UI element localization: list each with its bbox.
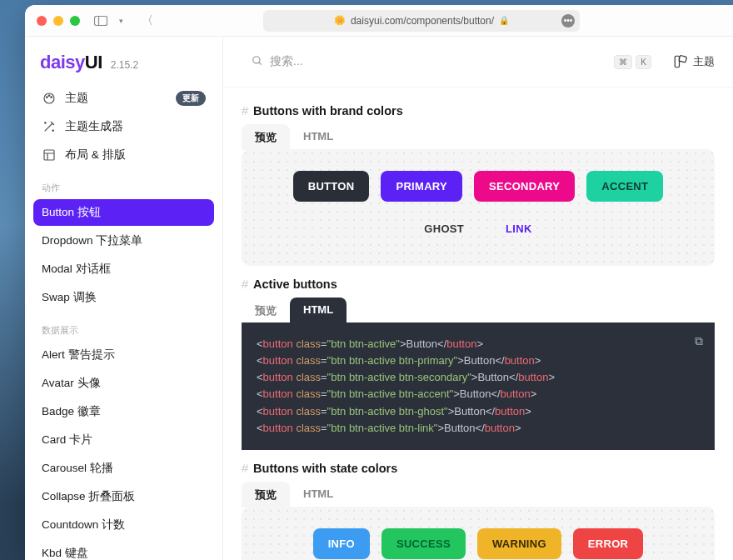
nav-item[interactable]: Kbd 键盘 xyxy=(33,540,214,560)
window-titlebar: ▾ 〈 🌼 daisyui.com/components/button/ 🔒 •… xyxy=(25,5,733,37)
sidebar-toggle-icon[interactable] xyxy=(93,13,108,28)
tab-preview[interactable]: 预览 xyxy=(242,482,290,508)
search-input[interactable]: 搜索... ⌘K xyxy=(242,48,661,75)
nav-item[interactable]: Alert 警告提示 xyxy=(33,342,214,368)
hash-icon: # xyxy=(242,278,248,291)
wand-icon xyxy=(42,120,57,133)
reader-more-button[interactable]: ••• xyxy=(561,14,575,28)
site-favicon-icon: 🌼 xyxy=(334,15,346,26)
demo-button-ghost[interactable]: GHOST xyxy=(409,213,479,244)
version-label: 2.15.2 xyxy=(111,59,138,71)
swatch-icon xyxy=(673,54,688,69)
nav-item[interactable]: Button 按钮 xyxy=(33,199,214,226)
nav-item[interactable]: Countdown 计数 xyxy=(33,512,214,538)
nav-item[interactable]: Collapse 折叠面板 xyxy=(33,483,214,510)
back-button[interactable]: 〈 xyxy=(140,13,155,28)
close-window-button[interactable] xyxy=(37,16,47,26)
url-text: daisyui.com/components/button/ xyxy=(351,15,494,27)
hash-icon: # xyxy=(242,462,248,475)
nav-item-layout[interactable]: 布局 & 排版 xyxy=(33,142,214,168)
nav-item-label: Modal 对话框 xyxy=(42,262,111,277)
nav-group-data: 数据展示 xyxy=(33,312,214,342)
svg-point-4 xyxy=(48,95,50,97)
search-kbd-hint: ⌘K xyxy=(614,55,651,69)
theme-toggle[interactable]: 主题 xyxy=(673,54,715,69)
nav-item-wand[interactable]: 主题生成器 xyxy=(33,113,214,140)
svg-point-3 xyxy=(47,97,48,98)
theme-toggle-label: 主题 xyxy=(693,54,715,69)
nav-badge: 更新 xyxy=(176,91,206,106)
demo-button-warning[interactable]: WARNING xyxy=(477,528,561,559)
section-title: #Active buttons xyxy=(242,278,715,291)
browser-window: ▾ 〈 🌼 daisyui.com/components/button/ 🔒 •… xyxy=(25,5,733,560)
main-content: 搜索... ⌘K 主题 #Buttons with brand colors 预… xyxy=(223,37,733,560)
nav-item-label: Avatar 头像 xyxy=(42,376,101,391)
demo-button-success[interactable]: SUCCESS xyxy=(381,528,466,559)
sidebar: daisyUI 2.15.2 主题 更新 主题生成器 布局 & 排版 动作But… xyxy=(25,37,223,560)
tab-bar: 预览 HTML xyxy=(242,124,715,150)
nav-item-label: Kbd 键盘 xyxy=(42,546,88,560)
nav-item-label: Swap 调换 xyxy=(42,290,97,305)
demo-button-accent[interactable]: ACCENT xyxy=(586,171,663,202)
preview-panel: BUTTONPRIMARYSECONDARYACCENTGHOSTLINK xyxy=(242,149,715,266)
nav-item[interactable]: Card 卡片 xyxy=(33,427,214,453)
svg-rect-11 xyxy=(675,56,679,68)
nav-item[interactable]: Swap 调换 xyxy=(33,284,214,311)
demo-button-error[interactable]: ERROR xyxy=(573,528,643,559)
demo-button-link[interactable]: LINK xyxy=(491,213,547,244)
svg-rect-0 xyxy=(95,16,107,25)
nav-item[interactable]: Dropdown 下拉菜单 xyxy=(33,228,214,254)
tab-html[interactable]: HTML xyxy=(290,124,347,150)
palette-icon xyxy=(42,92,57,105)
svg-rect-6 xyxy=(44,150,54,160)
nav-item[interactable]: Avatar 头像 xyxy=(33,370,214,397)
nav-item[interactable]: Carousel 轮播 xyxy=(33,455,214,482)
nav-item-label: Button 按钮 xyxy=(42,205,101,220)
copy-icon[interactable]: ⧉ xyxy=(695,332,703,351)
maximize-window-button[interactable] xyxy=(70,16,80,26)
hash-icon: # xyxy=(242,104,248,118)
nav-item-label: Carousel 轮播 xyxy=(42,461,113,476)
layout-icon xyxy=(42,148,57,162)
section-title: #Buttons with brand colors xyxy=(242,104,715,118)
section-title: #Buttons with state colors xyxy=(242,462,715,475)
svg-point-9 xyxy=(253,56,260,62)
logo[interactable]: daisyUI 2.15.2 xyxy=(25,37,222,85)
preview-panel: INFOSUCCESSWARNINGERROR xyxy=(242,507,715,560)
demo-button-secondary[interactable]: SECONDARY xyxy=(474,171,575,202)
nav-item-palette[interactable]: 主题 更新 xyxy=(33,85,214,112)
tab-preview[interactable]: 预览 xyxy=(242,124,290,150)
logo-text-a: daisy xyxy=(40,52,85,72)
nav-item-label: 布局 & 排版 xyxy=(65,148,126,162)
svg-point-5 xyxy=(51,97,52,98)
nav-item-label: Alert 警告提示 xyxy=(42,348,115,362)
nav-item-label: Badge 徽章 xyxy=(42,404,101,419)
tab-html[interactable]: HTML xyxy=(290,482,347,508)
nav-item-label: Countdown 计数 xyxy=(42,518,125,532)
tab-preview[interactable]: 预览 xyxy=(242,298,290,323)
tab-html[interactable]: HTML xyxy=(290,298,347,323)
nav-item-label: 主题生成器 xyxy=(65,119,123,134)
demo-button-info[interactable]: INFO xyxy=(313,528,370,559)
lock-icon: 🔒 xyxy=(499,16,509,25)
chevron-down-icon[interactable]: ▾ xyxy=(113,13,128,28)
address-bar[interactable]: 🌼 daisyui.com/components/button/ 🔒 ••• xyxy=(263,10,580,32)
demo-button-button[interactable]: BUTTON xyxy=(293,171,370,202)
nav-item[interactable]: Badge 徽章 xyxy=(33,398,214,425)
nav-item-label: Collapse 折叠面板 xyxy=(42,489,135,504)
nav-item[interactable]: Modal 对话框 xyxy=(33,256,214,282)
logo-text-b: UI xyxy=(85,52,102,72)
tab-bar: 预览 HTML xyxy=(242,298,715,323)
svg-rect-12 xyxy=(679,55,687,62)
svg-line-10 xyxy=(259,62,262,64)
minimize-window-button[interactable] xyxy=(53,16,63,26)
nav-item-label: 主题 xyxy=(65,91,88,106)
nav-item-label: Dropdown 下拉菜单 xyxy=(42,233,142,248)
nav-group-actions: 动作 xyxy=(33,170,214,199)
nav-item-label: Card 卡片 xyxy=(42,432,92,448)
search-placeholder: 搜索... xyxy=(270,54,303,69)
demo-button-primary[interactable]: PRIMARY xyxy=(381,171,462,202)
traffic-lights xyxy=(37,16,80,26)
search-icon xyxy=(252,55,263,69)
tab-bar: 预览 HTML xyxy=(242,482,715,508)
